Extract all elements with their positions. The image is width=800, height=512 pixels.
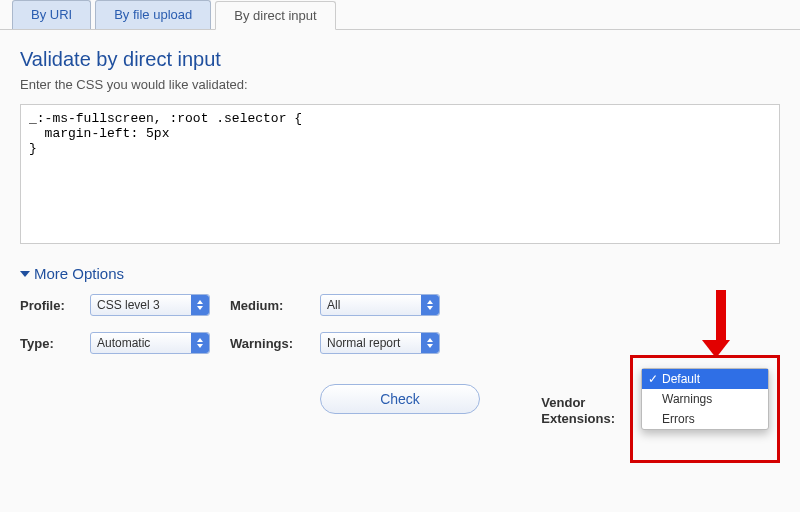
tab-by-uri[interactable]: By URI	[12, 0, 91, 29]
select-profile[interactable]: CSS level 3	[90, 294, 210, 316]
select-warnings-value: Normal report	[327, 336, 400, 350]
check-button[interactable]: Check	[320, 384, 480, 414]
select-vendor-extensions-open[interactable]: Default Warnings Errors	[641, 368, 769, 430]
vendor-option-warnings[interactable]: Warnings	[642, 389, 768, 409]
select-medium-value: All	[327, 298, 340, 312]
label-type: Type:	[20, 336, 90, 351]
arrow-annotation	[711, 290, 730, 358]
more-options-label: More Options	[34, 265, 124, 282]
select-type[interactable]: Automatic	[90, 332, 210, 354]
select-profile-value: CSS level 3	[97, 298, 160, 312]
label-vendor-extensions: VendorExtensions:	[541, 395, 615, 426]
options-grid: Profile: CSS level 3 Medium: All Type: A…	[20, 294, 780, 354]
chevron-down-icon	[20, 271, 30, 277]
select-stepper-icon	[191, 333, 209, 353]
select-stepper-icon	[421, 333, 439, 353]
select-medium[interactable]: All	[320, 294, 440, 316]
tab-by-direct-input[interactable]: By direct input	[215, 1, 335, 30]
tab-by-file-upload[interactable]: By file upload	[95, 0, 211, 29]
vendor-extensions-highlight: Default Warnings Errors	[630, 355, 780, 463]
vendor-option-errors[interactable]: Errors	[642, 409, 768, 429]
select-stepper-icon	[191, 295, 209, 315]
label-profile: Profile:	[20, 298, 90, 313]
tabs: By URI By file upload By direct input	[0, 0, 800, 30]
select-type-value: Automatic	[97, 336, 150, 350]
select-warnings[interactable]: Normal report	[320, 332, 440, 354]
css-input[interactable]	[20, 104, 780, 244]
label-warnings: Warnings:	[230, 336, 320, 351]
page-title: Validate by direct input	[20, 48, 780, 71]
more-options-toggle[interactable]: More Options	[20, 265, 780, 282]
vendor-option-default[interactable]: Default	[642, 369, 768, 389]
subtext: Enter the CSS you would like validated:	[20, 77, 780, 92]
label-medium: Medium:	[230, 298, 320, 313]
select-stepper-icon	[421, 295, 439, 315]
